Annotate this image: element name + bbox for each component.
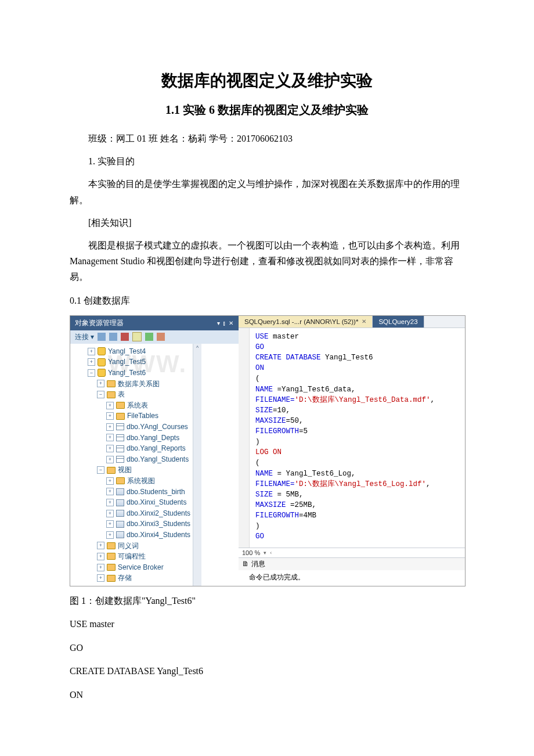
messages-output: 命令已成功完成。 xyxy=(239,570,465,586)
object-explorer-pane: 对象资源管理器 ▾ ⫿ ✕ 连接 ▾ WWW. +Yangl_Test4+Yan… xyxy=(70,316,239,586)
tree-item-label: Yangl_Test5 xyxy=(108,357,146,368)
tree-item[interactable]: +dbo.Students_birth xyxy=(76,487,190,498)
tab-sqlquery1[interactable]: SQLQuery1.sql -...r (ANNOR\YL (52))* ✕ xyxy=(239,316,373,327)
tree-item-label: dbo.Xinxi2_Students xyxy=(127,508,190,519)
delete-icon[interactable] xyxy=(157,333,165,341)
tree-item[interactable]: +dbo.Xinxi_Students xyxy=(76,497,190,508)
tree-item[interactable]: +同义词 xyxy=(76,541,190,552)
tree-item[interactable]: +FileTables xyxy=(76,411,190,422)
tree-item[interactable]: +dbo.Xinxi4_Students xyxy=(76,530,190,541)
tree-item[interactable]: +dbo.Xinxi3_Students xyxy=(76,519,190,530)
connect-icon[interactable] xyxy=(98,333,106,341)
connect-dropdown[interactable]: 连接 ▾ xyxy=(75,332,94,342)
tree-item[interactable]: −Yangl_Test6 xyxy=(76,368,190,379)
expand-icon[interactable]: + xyxy=(97,553,104,560)
messages-tab[interactable]: 🗎 消息 xyxy=(239,557,465,570)
close-icon[interactable]: ✕ xyxy=(362,318,366,325)
tree-item[interactable]: +系统视图 xyxy=(76,476,190,487)
tree-item[interactable]: +dbo.YAngl_Courses xyxy=(76,422,190,433)
tree-item-label: Service Broker xyxy=(118,562,164,573)
view-icon xyxy=(116,499,124,506)
tree-item[interactable]: +Yangl_Test4 xyxy=(76,346,190,357)
tree-item-label: dbo.Xinxi3_Students xyxy=(127,519,190,530)
expand-icon[interactable]: − xyxy=(97,391,104,398)
tree-item[interactable]: +系统表 xyxy=(76,400,190,411)
refresh-icon[interactable] xyxy=(145,333,153,341)
paragraph: 本实验的目的是使学生掌握视图的定义与维护操作，加深对视图在关系数据库中的作用的理… xyxy=(70,176,464,207)
expand-icon[interactable]: + xyxy=(106,423,114,431)
database-icon xyxy=(98,358,106,366)
expand-icon[interactable]: + xyxy=(97,380,104,387)
expand-icon[interactable]: + xyxy=(106,402,114,409)
paragraph: 视图是根据子模式建立的虚拟表。一个视图可以由一个表构造，也可以由多个表构造。利用… xyxy=(70,237,464,285)
expand-icon[interactable]: + xyxy=(106,434,114,441)
view-icon xyxy=(116,521,124,528)
tree-item[interactable]: +dbo.Yangl_Depts xyxy=(76,433,190,444)
object-explorer-toolbar: 连接 ▾ xyxy=(70,330,239,344)
expand-icon[interactable]: + xyxy=(106,445,114,452)
table-icon xyxy=(116,423,124,430)
folder-icon xyxy=(107,467,116,474)
tree-item[interactable]: −视图 xyxy=(76,465,190,476)
object-explorer-tree[interactable]: WWW. +Yangl_Test4+Yangl_Test5−Yangl_Test… xyxy=(70,344,193,586)
expand-icon[interactable]: + xyxy=(106,456,114,463)
pane-controls[interactable]: ▾ ⫿ ✕ xyxy=(217,320,234,326)
zoom-level[interactable]: 100 % xyxy=(242,549,260,556)
expand-icon[interactable]: + xyxy=(106,477,114,485)
tree-item[interactable]: +Yangl_Test5 xyxy=(76,357,190,368)
doc-title: 数据库的视图定义及维护实验 xyxy=(70,70,464,92)
expand-icon[interactable]: + xyxy=(88,358,95,366)
tree-item-label: 存储 xyxy=(118,573,132,584)
tree-item-label: 数据库关系图 xyxy=(118,379,160,390)
expand-icon[interactable]: + xyxy=(106,488,114,495)
tree-item-label: Yangl_Test6 xyxy=(108,368,146,379)
expand-icon[interactable]: + xyxy=(97,574,104,582)
info-line: 班级：网工 01 班 姓名：杨莉 学号：201706062103 xyxy=(70,131,464,146)
tree-item[interactable]: +dbo.Yangl_Students xyxy=(76,454,190,465)
zoom-dropdown-icon[interactable]: ▾ xyxy=(264,550,266,556)
view-icon xyxy=(116,531,124,538)
view-icon xyxy=(116,488,124,495)
tree-item-label: Yangl_Test4 xyxy=(108,346,146,357)
code-line: USE master xyxy=(70,615,464,633)
tree-item[interactable]: +存储 xyxy=(76,573,190,584)
expand-icon[interactable]: − xyxy=(97,466,104,474)
expand-icon[interactable]: + xyxy=(106,412,114,420)
expand-icon[interactable]: − xyxy=(88,369,95,377)
stop-icon[interactable] xyxy=(121,333,129,341)
tab-label: SQLQuery1.sql -...r (ANNOR\YL (52))* xyxy=(244,318,358,325)
database-icon xyxy=(98,369,106,377)
tree-item-label: dbo.Xinxi4_Students xyxy=(127,530,190,541)
expand-icon[interactable]: + xyxy=(106,510,114,517)
tree-item-label: 系统视图 xyxy=(127,476,155,487)
folder-icon xyxy=(116,413,125,420)
tree-item[interactable]: +Service Broker xyxy=(76,562,190,573)
scrollbar[interactable]: ^ xyxy=(193,344,201,586)
related-knowledge: [相关知识] xyxy=(70,215,464,231)
expand-icon[interactable]: + xyxy=(106,520,114,528)
tree-item[interactable]: +dbo.Yangl_Reports xyxy=(76,443,190,454)
ssms-screenshot: 对象资源管理器 ▾ ⫿ ✕ 连接 ▾ WWW. +Yangl_Test4+Yan… xyxy=(70,315,466,586)
object-explorer-titlebar: 对象资源管理器 ▾ ⫿ ✕ xyxy=(70,316,239,330)
tree-item[interactable]: +数据库关系图 xyxy=(76,379,190,390)
disconnect-icon[interactable] xyxy=(109,333,117,341)
sql-editor[interactable]: USE master GO CREATE DATABASE Yangl_Test… xyxy=(239,328,465,548)
tree-item[interactable]: +可编程性 xyxy=(76,551,190,562)
expand-icon[interactable]: + xyxy=(97,542,104,549)
code-line: CREATE DATABASE Yangl_Test6 xyxy=(70,663,464,680)
tree-item[interactable]: −表 xyxy=(76,389,190,400)
sql-code[interactable]: USE master GO CREATE DATABASE Yangl_Test… xyxy=(250,328,465,548)
tab-sqlquery23[interactable]: SQLQuery23 xyxy=(373,316,424,327)
expand-icon[interactable]: + xyxy=(97,564,104,571)
tree-item-label: 视图 xyxy=(118,465,132,476)
folder-icon xyxy=(107,553,116,560)
tree-item[interactable]: +dbo.Xinxi2_Students xyxy=(76,508,190,519)
expand-icon[interactable]: + xyxy=(106,531,114,539)
scroll-left-icon[interactable]: ‹ xyxy=(270,550,272,556)
expand-icon[interactable]: + xyxy=(106,499,114,506)
expand-icon[interactable]: + xyxy=(88,348,95,355)
tree-item-label: 表 xyxy=(118,389,125,400)
step-0-1: 0.1 创建数据库 xyxy=(70,292,464,309)
filter-icon[interactable] xyxy=(132,332,142,341)
zoom-bar: 100 % ▾ ‹ xyxy=(239,548,465,557)
